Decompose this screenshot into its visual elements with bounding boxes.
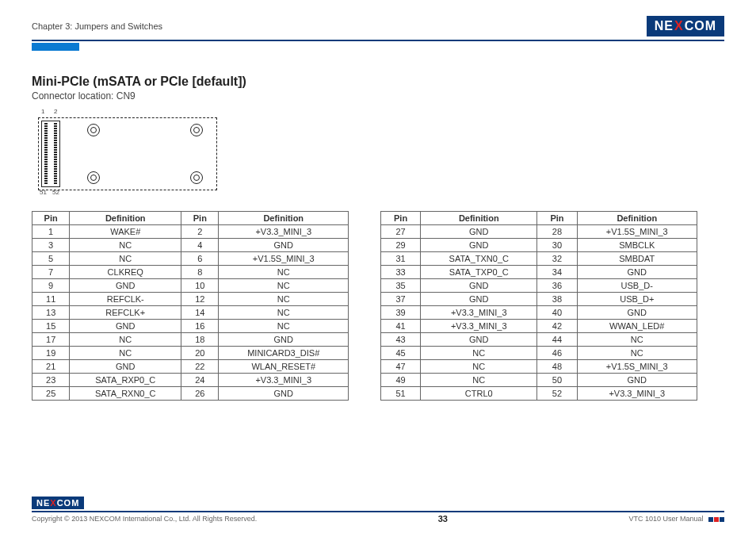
section-title: Mini-PCIe (mSATA or PCIe [default]) (32, 75, 724, 89)
table-row: 49NC50GND (381, 374, 697, 387)
def-cell: REFCLK- (70, 293, 181, 306)
table-row: 17NC18GND (32, 333, 349, 347)
pin-cell: 12 (181, 293, 219, 306)
def-cell: +V3.3_MINI_3 (577, 387, 697, 401)
header-rule (32, 40, 724, 41)
screw-icon (190, 171, 203, 184)
def-cell: CTRL0 (421, 387, 537, 401)
table-row: 29GND30SMBCLK (381, 239, 697, 252)
logo-text-x: X (674, 19, 685, 33)
def-cell: NC (70, 239, 181, 252)
screw-icon (87, 124, 100, 136)
logo-text-x: X (50, 498, 56, 508)
pin-cell: 46 (537, 347, 577, 360)
logo-text-pre: NE (36, 498, 50, 508)
pin-cell: 38 (537, 293, 577, 306)
def-cell: +V1.5S_MINI_3 (219, 252, 349, 266)
pin-cell: 49 (381, 374, 421, 387)
pin-cell: 37 (381, 293, 421, 306)
pin-cell: 10 (181, 279, 219, 293)
def-cell: +V1.5S_MINI_3 (577, 360, 697, 374)
pin-cell: 15 (32, 320, 70, 333)
header-tab (32, 43, 79, 51)
pin-cell: 33 (381, 266, 421, 279)
def-cell: GND (577, 374, 697, 387)
table-row: 13REFCLK+14NC (32, 306, 349, 320)
pin-cell: 29 (381, 239, 421, 252)
pin-cell: 14 (181, 306, 219, 320)
page-number: 33 (438, 514, 448, 523)
pin-cell: 1 (32, 225, 70, 239)
def-cell: GND (219, 387, 349, 401)
th-def: Definition (219, 212, 349, 225)
table-row: 51CTRL052+V3.3_MINI_3 (381, 387, 697, 401)
pin-cell: 30 (537, 239, 577, 252)
pin-cell: 44 (537, 333, 577, 347)
table-row: 15GND16NC (32, 320, 349, 333)
pin-cell: 4 (181, 239, 219, 252)
def-cell: GND (421, 293, 537, 306)
def-cell: SATA_RXN0_C (70, 387, 181, 401)
def-cell: SATA_RXP0_C (70, 374, 181, 387)
pin-cell: 19 (32, 347, 70, 360)
def-cell: GND (219, 333, 349, 347)
th-def: Definition (421, 212, 537, 225)
def-cell: GND (421, 225, 537, 239)
corner-icon (708, 517, 724, 522)
th-def: Definition (577, 212, 697, 225)
def-cell: WLAN_RESET# (219, 360, 349, 374)
def-cell: GND (421, 239, 537, 252)
pin-cell: 3 (32, 239, 70, 252)
table-row: 25SATA_RXN0_C26GND (32, 387, 349, 401)
def-cell: GND (421, 279, 537, 293)
pin-cell: 36 (537, 279, 577, 293)
pin-cell: 9 (32, 279, 70, 293)
pin-cell: 8 (181, 266, 219, 279)
pin-cell: 26 (181, 387, 219, 401)
pin-cell: 16 (181, 320, 219, 333)
screw-icon (87, 171, 100, 184)
def-cell: +V1.5S_MINI_3 (577, 225, 697, 239)
pin-cell: 35 (381, 279, 421, 293)
pin-cell: 21 (32, 360, 70, 374)
def-cell: +V3.3_MINI_3 (219, 374, 349, 387)
table-row: 33SATA_TXP0_C34GND (381, 266, 697, 279)
pin-cell: 39 (381, 306, 421, 320)
def-cell: NC (421, 374, 537, 387)
def-cell: WAKE# (70, 225, 181, 239)
logo-text-post: COM (685, 19, 716, 33)
def-cell: NC (70, 347, 181, 360)
table-row: 11REFCLK-12NC (32, 293, 349, 306)
def-cell: USB_D+ (577, 293, 697, 306)
def-cell: USB_D- (577, 279, 697, 293)
chapter-title: Chapter 3: Jumpers and Switches (32, 21, 162, 31)
def-cell: +V3.3_MINI_3 (421, 306, 537, 320)
pin-cell: 31 (381, 252, 421, 266)
th-pin: Pin (537, 212, 577, 225)
def-cell: GND (70, 320, 181, 333)
def-cell: NC (219, 320, 349, 333)
table-row: 39+V3.3_MINI_340GND (381, 306, 697, 320)
pin-cell: 48 (537, 360, 577, 374)
pin-cell: 6 (181, 252, 219, 266)
pin-cell: 25 (32, 387, 70, 401)
def-cell: NC (70, 252, 181, 266)
def-cell: GND (577, 306, 697, 320)
pin-cell: 18 (181, 333, 219, 347)
def-cell: SMBCLK (577, 239, 697, 252)
def-cell: GND (577, 266, 697, 279)
manual-name: VTC 1010 User Manual (628, 515, 703, 523)
th-pin: Pin (32, 212, 70, 225)
def-cell: SATA_TXN0_C (421, 252, 537, 266)
pin-cell: 52 (537, 387, 577, 401)
pin-cell: 42 (537, 320, 577, 333)
logo-text-pre: NE (655, 19, 674, 33)
def-cell: GND (70, 279, 181, 293)
pin-cell: 45 (381, 347, 421, 360)
def-cell: NC (577, 333, 697, 347)
def-cell: NC (219, 266, 349, 279)
pin-cell: 51 (381, 387, 421, 401)
def-cell: NC (219, 279, 349, 293)
table-row: 47NC48+V1.5S_MINI_3 (381, 360, 697, 374)
def-cell: NC (421, 360, 537, 374)
